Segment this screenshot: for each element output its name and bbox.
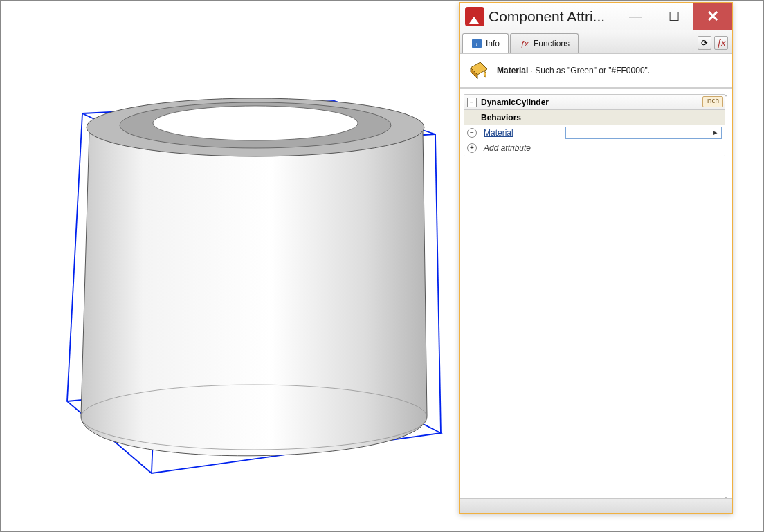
maximize-icon: ☐ <box>668 9 680 24</box>
attribute-material-name[interactable]: Material <box>481 128 564 138</box>
attribute-description-details: · Such as "Green" or "#FF0000". <box>528 66 650 75</box>
attribute-description-text: Material · Such as "Green" or "#FF0000". <box>497 66 650 75</box>
close-icon: ✕ <box>707 8 719 26</box>
refresh-icon: ⟳ <box>701 38 708 48</box>
attribute-description-label: Material <box>497 66 528 75</box>
component-name-label: DynamicCylinder <box>481 98 549 107</box>
toggle-fx-icon: ƒx <box>717 38 726 48</box>
refresh-button[interactable]: ⟳ <box>698 36 711 50</box>
app-icon <box>465 7 484 26</box>
cylinder-model <box>81 98 427 456</box>
tab-info[interactable]: i Info <box>462 33 509 53</box>
fx-icon: ƒx <box>519 38 530 49</box>
attribute-tree-area: − DynamicCylinder inch Behaviors − Mater… <box>460 88 732 511</box>
attribute-tree: − DynamicCylinder inch Behaviors − Mater… <box>464 94 725 156</box>
add-attribute-label: Add attribute <box>481 143 531 153</box>
tree-row-add-attribute[interactable]: + Add attribute <box>464 140 725 156</box>
svg-text:ƒx: ƒx <box>520 39 529 48</box>
field-flyout-icon[interactable]: ▸ <box>711 129 720 137</box>
tab-functions[interactable]: ƒx Functions <box>510 33 579 53</box>
tab-functions-label: Functions <box>534 39 570 48</box>
tree-row-material[interactable]: − Material ▸ <box>464 125 725 140</box>
svg-line-4 <box>435 134 441 433</box>
window-title: Component Attri... <box>489 8 616 25</box>
remove-attribute-icon[interactable]: − <box>467 128 477 138</box>
behaviors-label: Behaviors <box>481 113 521 122</box>
maximize-button[interactable]: ☐ <box>655 3 693 30</box>
tree-row-behaviors: Behaviors <box>464 110 725 125</box>
paint-bucket-icon <box>466 61 491 80</box>
collapse-component-icon[interactable]: − <box>467 98 477 107</box>
info-icon: i <box>471 38 482 49</box>
svg-point-9 <box>153 106 358 140</box>
viewport-svg <box>1 1 471 526</box>
panel-toolstrip: i Info ƒx Functions ⟳ ƒx <box>460 30 732 54</box>
svg-line-2 <box>67 113 82 401</box>
attribute-description: Material · Such as "Green" or "#FF0000". <box>460 54 732 88</box>
close-button[interactable]: ✕ <box>693 3 732 30</box>
minimize-button[interactable]: — <box>616 3 655 30</box>
tree-row-component[interactable]: − DynamicCylinder inch <box>464 95 725 110</box>
attribute-material-value-field[interactable]: ▸ <box>565 127 722 139</box>
component-attributes-panel: Component Attri... — ☐ ✕ i Info ƒx Funct… <box>459 2 733 514</box>
toggle-fx-button[interactable]: ƒx <box>714 36 728 50</box>
add-attribute-icon[interactable]: + <box>467 143 477 153</box>
minimize-icon: — <box>629 9 642 24</box>
tab-info-label: Info <box>486 39 500 48</box>
svg-text:i: i <box>475 39 478 48</box>
titlebar[interactable]: Component Attri... — ☐ ✕ <box>460 3 732 30</box>
panel-footer <box>460 498 732 513</box>
scroll-up-icon: ˄ <box>724 94 728 104</box>
scroll-indicator[interactable]: ˄ ˅ <box>720 94 732 506</box>
